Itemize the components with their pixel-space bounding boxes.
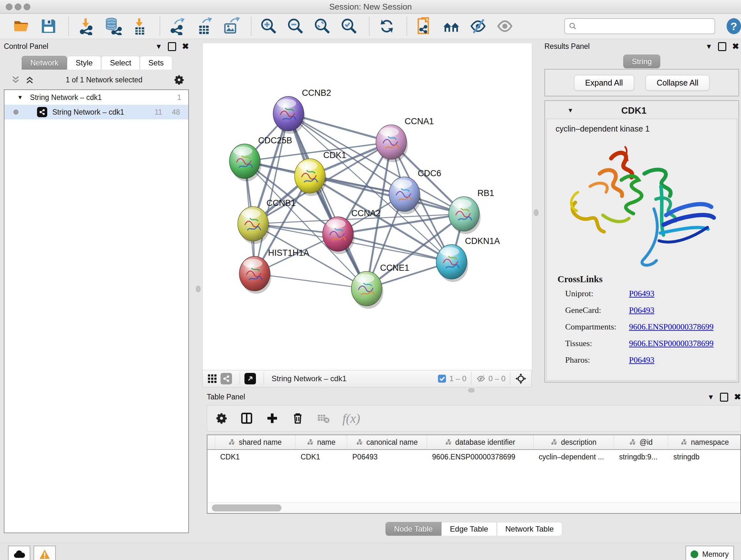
- gene-description: cyclin–dependent kinase 1: [556, 124, 735, 133]
- tab-string[interactable]: String: [623, 55, 661, 68]
- panel-menu-icon[interactable]: ▼: [707, 393, 714, 401]
- close-window-button[interactable]: [6, 3, 12, 10]
- table-cell[interactable]: stringdb:9...: [614, 450, 668, 464]
- network-node-ccna2[interactable]: CCNA2: [323, 208, 381, 254]
- function-builder-icon[interactable]: f(x): [342, 411, 360, 426]
- crosslink-link[interactable]: P06493: [629, 355, 654, 365]
- table-options-gear-icon[interactable]: [215, 412, 227, 424]
- crosslink-row: Compartments:9606.ENSP00000378699: [557, 322, 735, 332]
- tab-edge-table[interactable]: Edge Table: [441, 522, 497, 536]
- zoom-in-icon[interactable]: [260, 17, 278, 35]
- grid-view-icon[interactable]: [207, 374, 217, 384]
- open-session-icon[interactable]: [13, 17, 30, 35]
- export-network-icon[interactable]: [169, 17, 186, 35]
- table-cell[interactable]: P06493: [347, 450, 427, 464]
- warning-status-button[interactable]: [33, 546, 56, 560]
- zoom-fit-icon[interactable]: [313, 17, 331, 35]
- close-panel-icon[interactable]: ✖: [734, 392, 741, 402]
- annotation-icon[interactable]: [415, 17, 433, 35]
- close-panel-icon[interactable]: ✖: [182, 42, 189, 51]
- help-button[interactable]: ?: [727, 18, 741, 34]
- column-header-canonical-name[interactable]: canonical name: [347, 435, 427, 449]
- table-cell[interactable]: CDK1: [295, 450, 347, 464]
- tab-style[interactable]: Style: [67, 56, 101, 70]
- network-node-cdkn1a[interactable]: CDKN1A: [436, 236, 500, 282]
- import-network-icon[interactable]: [77, 17, 95, 35]
- network-node-ccnb2[interactable]: CCNB2: [273, 88, 331, 134]
- crosslink-link[interactable]: 9606.ENSP00000378699: [629, 339, 714, 348]
- home-icon[interactable]: [442, 17, 460, 35]
- tab-network[interactable]: Network: [22, 56, 67, 70]
- memory-button[interactable]: Memory: [685, 546, 734, 560]
- network-collection-row[interactable]: ▼ String Network – cdk1 1: [4, 90, 188, 105]
- column-header-namespace[interactable]: namespace: [668, 435, 741, 449]
- network-view-share-icon[interactable]: [220, 373, 232, 384]
- horizontal-scrollbar[interactable]: [207, 503, 740, 513]
- network-node-rb1[interactable]: RB1: [449, 188, 494, 234]
- search-input[interactable]: [577, 21, 711, 31]
- collapse-all-icon[interactable]: [11, 75, 20, 84]
- column-header-name[interactable]: name: [295, 435, 347, 449]
- delete-column-icon[interactable]: [291, 412, 304, 425]
- expand-all-button[interactable]: Expand All: [574, 75, 634, 91]
- column-header-description[interactable]: description: [534, 435, 614, 449]
- cloud-status-button[interactable]: [8, 546, 30, 560]
- gene-collapse-icon[interactable]: ▼: [567, 107, 574, 114]
- column-header-shared-name[interactable]: shared name: [215, 435, 295, 449]
- tab-node-table[interactable]: Node Table: [386, 522, 441, 536]
- network-row[interactable]: String Network – cdk1 11 48: [4, 105, 188, 119]
- refresh-icon[interactable]: [378, 17, 396, 35]
- panel-menu-icon[interactable]: ▼: [155, 43, 162, 51]
- detach-view-icon[interactable]: [245, 373, 256, 384]
- network-edge[interactable]: [288, 114, 367, 289]
- table-cell[interactable]: cyclin–dependent ...: [534, 450, 614, 464]
- close-panel-icon[interactable]: ✖: [732, 42, 739, 51]
- network-canvas[interactable]: CCNB2CCNA1CDC25BCDK1CDC6RB1CCNB1CCNA2CDK…: [202, 43, 532, 370]
- tab-sets[interactable]: Sets: [140, 56, 172, 70]
- birds-eye-view-icon[interactable]: [515, 373, 527, 385]
- float-panel-icon[interactable]: [720, 393, 728, 401]
- float-panel-icon[interactable]: [718, 42, 726, 51]
- scrollbar-thumb[interactable]: [212, 504, 281, 511]
- export-image-icon[interactable]: [222, 17, 240, 35]
- import-database-icon[interactable]: [104, 17, 122, 35]
- expand-all-icon[interactable]: [25, 75, 35, 84]
- network-node-hist1h1a[interactable]: HIST1H1A: [239, 248, 309, 294]
- show-columns-icon[interactable]: [240, 412, 253, 425]
- import-table-icon[interactable]: [131, 17, 149, 35]
- search-box[interactable]: [564, 18, 715, 34]
- zoom-out-icon[interactable]: [286, 17, 305, 35]
- table-cell[interactable]: stringdb: [668, 450, 741, 464]
- hidden-eye-icon[interactable]: [476, 374, 486, 384]
- panel-menu-icon[interactable]: ▼: [705, 43, 712, 51]
- tab-network-table[interactable]: Network Table: [497, 522, 562, 536]
- minimize-window-button[interactable]: [15, 3, 21, 10]
- save-session-icon[interactable]: [40, 17, 57, 35]
- network-node-ccne1[interactable]: CCNE1: [351, 263, 409, 309]
- network-options-gear-icon[interactable]: [174, 74, 185, 85]
- table-cell[interactable]: CDK1: [215, 450, 295, 464]
- selected-checkbox-icon[interactable]: [437, 374, 447, 383]
- crosslink-link[interactable]: P06493: [629, 289, 654, 299]
- maximize-window-button[interactable]: [23, 3, 30, 10]
- crosslink-link[interactable]: P06493: [629, 306, 654, 315]
- left-splitter-handle[interactable]: [196, 286, 200, 292]
- delete-table-icon[interactable]: [317, 412, 330, 425]
- column-header--id[interactable]: @id: [614, 435, 668, 449]
- show-panels-icon[interactable]: [496, 17, 514, 35]
- zoom-selected-icon[interactable]: [340, 17, 358, 35]
- right-splitter-handle[interactable]: [534, 209, 538, 216]
- add-column-icon[interactable]: [266, 412, 279, 425]
- crosslink-link[interactable]: 9606.ENSP00000378699: [629, 322, 714, 332]
- export-table-icon[interactable]: [195, 17, 213, 35]
- collection-expand-icon[interactable]: ▼: [17, 94, 23, 101]
- table-cell[interactable]: 9606.ENSP00000378699: [427, 450, 534, 464]
- network-edge[interactable]: [255, 273, 367, 289]
- column-header-database-identifier[interactable]: database identifier: [427, 435, 534, 449]
- hide-panels-icon[interactable]: [469, 17, 487, 35]
- float-panel-icon[interactable]: [168, 42, 176, 51]
- network-node-ccnb1[interactable]: CCNB1: [238, 198, 296, 244]
- node-table[interactable]: shared namenamecanonical namedatabase id…: [207, 435, 741, 514]
- tab-select[interactable]: Select: [101, 56, 140, 70]
- collapse-all-button[interactable]: Collapse All: [646, 75, 710, 91]
